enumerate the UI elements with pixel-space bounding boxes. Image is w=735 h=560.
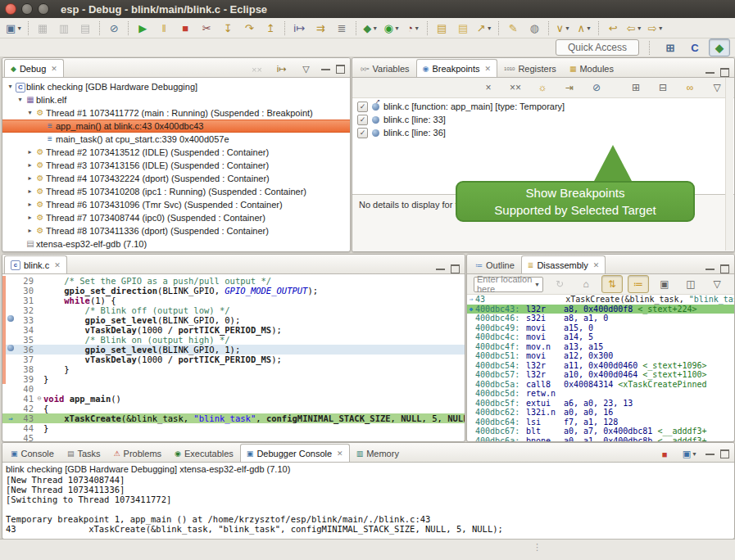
tree-expander[interactable]: ▸	[25, 185, 34, 198]
pin-view-icon[interactable]: ◫	[680, 275, 701, 293]
code-line[interactable]: 32 /* Blink off (output low) */	[2, 305, 465, 315]
quick-access-button[interactable]: Quick Access	[556, 39, 639, 56]
sync-context-icon[interactable]: ⇅	[601, 275, 623, 293]
chevron-down-icon[interactable]: ▼	[16, 25, 22, 31]
code-line[interactable]: 42{	[2, 404, 465, 413]
minimize-view-icon[interactable]	[436, 265, 445, 270]
console-output[interactable]: [New Thread 1073408744][New Thread 10734…	[2, 475, 734, 534]
code-line[interactable]: 37 vTaskDelay(1000 / portTICK_PERIOD_MS)…	[2, 355, 465, 364]
stack-frame-item[interactable]: ≡app_main() at blink.c:43 0x400dbc43	[2, 120, 350, 133]
disassembly-listing[interactable]: ⇒43 xTaskCreate(&blink_task, "blink_tas◆…	[467, 295, 734, 442]
minimize-view-icon[interactable]	[706, 450, 715, 455]
prev-annotation-icon[interactable]: ∧▼	[574, 19, 595, 37]
save-all-icon[interactable]: ▥	[53, 19, 75, 37]
step-return-icon[interactable]: ↥	[260, 19, 281, 37]
instruction-pointer-marker[interactable]: ⇒	[6, 413, 16, 423]
disassembly-row[interactable]: 400dbc67:blta0, a7, 0x400dbc81 <__adddf3…	[467, 427, 734, 436]
disassembly-row[interactable]: 400dbc5a:call80x40084314 <xTaskCreatePin…	[467, 380, 734, 390]
code-line[interactable]: 33 gpio_set_level(BLINK_GPIO, 0);	[2, 315, 465, 325]
debug-button[interactable]: ◆▼	[360, 19, 381, 37]
debug-tree-item[interactable]: ▸⚙Thread #5 1073410208 (ipc1 : Running) …	[2, 185, 350, 198]
link-with-debug-icon[interactable]: ∞	[679, 79, 701, 97]
chevron-down-icon[interactable]: ▼	[487, 25, 492, 31]
trace-control-icon[interactable]: ≣	[331, 19, 352, 37]
maximize-view-icon[interactable]	[720, 264, 729, 273]
save-icon[interactable]: ▦	[32, 19, 53, 37]
code-line[interactable]: 39}	[2, 374, 465, 384]
open-folder-icon[interactable]: ▤	[431, 19, 452, 37]
breakpoint-marker[interactable]	[6, 345, 16, 355]
chevron-down-icon[interactable]: ▼	[534, 282, 540, 287]
chevron-down-icon[interactable]: ▼	[658, 25, 664, 31]
tab-registers[interactable]: 1010Registers	[497, 59, 563, 77]
collapse-all-icon[interactable]: ⊟	[652, 79, 674, 97]
code-line[interactable]: 36 gpio_set_level(BLINK_GPIO, 1);	[2, 345, 465, 355]
breakpoint-checkbox[interactable]: ✓	[357, 115, 368, 125]
tree-expander[interactable]: ▸	[25, 198, 34, 211]
tab-problems[interactable]: ⚠Problems	[107, 444, 169, 462]
disassembly-row[interactable]: 400dbc4c:movia14, 5	[467, 332, 734, 342]
chevron-down-icon[interactable]: ▼	[586, 25, 592, 31]
code-line[interactable]: 41⊖void app_main()	[2, 394, 465, 404]
debug-tree-item[interactable]: ▸⚙Thread #4 1073432224 (dport) (Suspende…	[2, 172, 350, 185]
maximize-view-icon[interactable]	[451, 264, 460, 273]
debug-tree-item[interactable]: ▸⚙Thread #7 1073408744 (ipc0) (Suspended…	[2, 211, 350, 224]
drag-handle[interactable]: ⋮	[533, 542, 542, 553]
last-edit-location-icon[interactable]: ↩	[602, 19, 624, 37]
chevron-down-icon[interactable]: ▼	[692, 451, 697, 457]
remove-all-terminated-icon[interactable]: ××	[247, 61, 266, 77]
close-button[interactable]	[5, 3, 16, 15]
forward-icon[interactable]: ⇨▼	[645, 19, 666, 37]
tab-console[interactable]: ▣Console	[4, 444, 61, 462]
debug-tree-item[interactable]: ▤xtensa-esp32-elf-gdb (7.10)	[2, 237, 350, 251]
refresh-icon[interactable]: ↻	[549, 275, 570, 293]
debug-tree-item[interactable]: ▸⚙Thread #6 1073431096 (Tmr Svc) (Suspen…	[2, 198, 350, 211]
breakpoint-marker[interactable]	[6, 315, 16, 325]
code-line[interactable]: 38 }	[2, 364, 465, 374]
goto-file-icon[interactable]: ⇥	[559, 79, 580, 97]
remove-breakpoint-icon[interactable]: ×	[478, 79, 499, 97]
tree-expander[interactable]: ▾	[6, 80, 15, 93]
tab-executables[interactable]: ◉Executables	[168, 444, 240, 462]
disassembly-row[interactable]: 400dbc62:l32i.na0, a0, 16	[467, 408, 734, 418]
code-line[interactable]: 31 while(1) {	[2, 296, 465, 305]
breakpoint-checkbox[interactable]: ✓	[357, 102, 368, 112]
code-line[interactable]: 30 gpio_set_direction(BLINK_GPIO, GPIO_M…	[2, 286, 465, 296]
code-line[interactable]: 35 /* Blink on (output high) */	[2, 335, 465, 345]
disassembly-row[interactable]: 400dbc6a:bnonea0, a1, 0x400dbc8b <__addd…	[467, 436, 734, 443]
disassembly-source-row[interactable]: ⇒43 xTaskCreate(&blink_task, "blink_tas	[467, 295, 734, 305]
disassembly-row[interactable]: 400dbc4f:mov.na13, a15	[467, 342, 734, 352]
tree-expander[interactable]: ▸	[25, 159, 34, 172]
suspend-icon[interactable]: ‖	[153, 19, 175, 37]
code-line[interactable]: 45	[2, 433, 465, 442]
breakpoint-row[interactable]: ✓blink.c [line: 33]	[352, 113, 734, 126]
disassembly-row[interactable]: 400dbc5d:retw.n	[467, 389, 734, 399]
coverage-button[interactable]: ◔▼	[402, 19, 424, 37]
globe-icon[interactable]: ◍	[524, 19, 545, 37]
terminate-icon[interactable]: ■	[175, 19, 196, 37]
disassembly-row[interactable]: 400dbc49:movia15, 0	[467, 323, 734, 333]
breakpoint-row[interactable]: ✓blink.c [line: 36]	[352, 126, 734, 139]
tab-blink-c[interactable]: c blink.c ✕	[4, 255, 67, 273]
display-console-icon[interactable]: ▣▼	[680, 446, 700, 462]
tree-expander[interactable]: ▸	[25, 146, 34, 159]
debug-perspective-icon[interactable]: ◆	[709, 38, 730, 56]
breakpoint-row[interactable]: ✓blink.c [function: app_main] [type: Tem…	[352, 100, 734, 113]
tab-memory[interactable]: ▥Memory	[350, 444, 406, 462]
debug-tree-item[interactable]: ▸⚙Thread #3 1073413156 (IDLE) (Suspended…	[2, 159, 350, 172]
code-line[interactable]: 40	[2, 384, 465, 394]
back-icon[interactable]: ⇦▼	[624, 19, 645, 37]
debug-tree-item[interactable]: ▾Cblink checking [GDB Hardware Debugging…	[2, 80, 350, 93]
resume-icon[interactable]: ▶	[132, 19, 153, 37]
home-icon[interactable]: ⌂	[575, 275, 597, 293]
scrollbar[interactable]	[725, 78, 733, 251]
expand-all-icon[interactable]: ⊞	[625, 79, 647, 97]
minimize-view-icon[interactable]	[706, 69, 715, 74]
debug-tree-item[interactable]: ▸⚙Thread #2 1073413512 (IDLE) (Suspended…	[2, 146, 350, 159]
step-filters-icon[interactable]: ⇉	[310, 19, 331, 37]
chevron-down-icon[interactable]: ▼	[414, 25, 420, 31]
location-combo[interactable]: Enter location here ▼	[474, 277, 543, 292]
tree-expander[interactable]: ▸	[25, 211, 34, 224]
disassembly-row[interactable]: 400dbc51:movia12, 0x300	[467, 351, 734, 361]
minimize-view-icon[interactable]	[706, 265, 715, 270]
